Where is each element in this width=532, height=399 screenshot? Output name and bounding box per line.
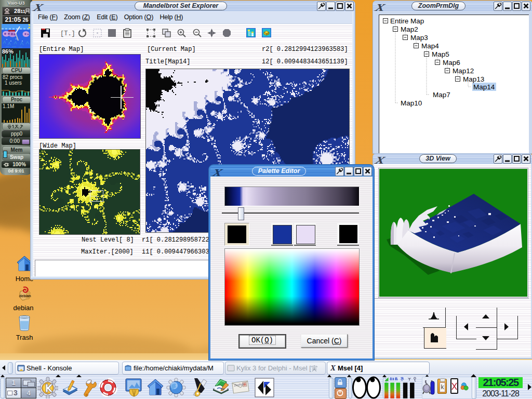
svg-text:debian: debian (19, 294, 31, 298)
svg-text:Map14: Map14 (473, 83, 495, 91)
svg-text:[T.]: [T.] (60, 30, 75, 37)
svg-text:Map5: Map5 (432, 50, 449, 58)
svg-text:Map12: Map12 (453, 67, 474, 75)
svg-text:Map10: Map10 (401, 99, 422, 107)
svg-text:Map6: Map6 (443, 59, 460, 66)
svg-text:Entire Map: Entire Map (390, 17, 424, 25)
svg-text:Map7: Map7 (433, 91, 450, 99)
svg-text:Map2: Map2 (401, 25, 418, 33)
svg-text:Map4: Map4 (421, 42, 439, 50)
svg-text:Map3: Map3 (410, 34, 428, 42)
svg-text:Map13: Map13 (463, 75, 484, 83)
